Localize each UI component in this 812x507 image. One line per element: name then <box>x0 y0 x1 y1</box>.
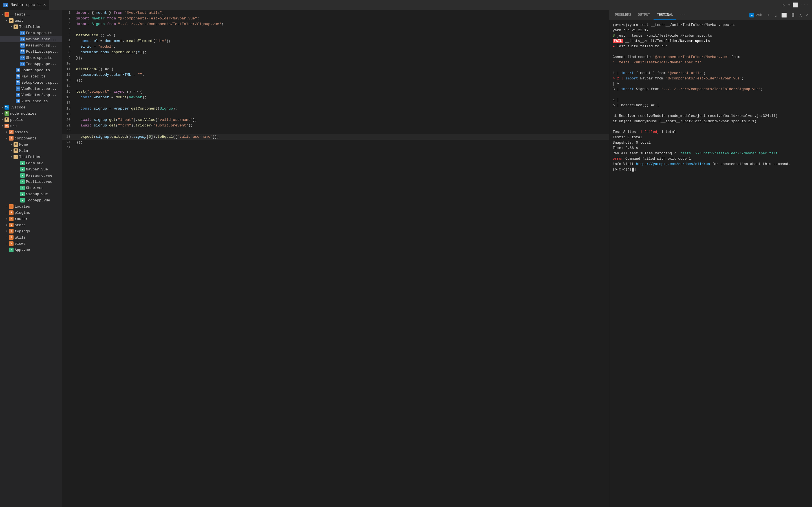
code-line-10: 10 <box>62 61 609 66</box>
sidebar-item-setuprouter-spec[interactable]: ▾ TS SetupRouter.sp... <box>0 79 62 86</box>
postlist-spec-label: PostList.spe... <box>26 50 62 54</box>
sidebar-item-count-spec[interactable]: ▾ TS Count.spec.ts <box>0 67 62 73</box>
sidebar-item-plugins[interactable]: › P plugins <box>0 210 62 216</box>
sidebar-item-show-spec[interactable]: ▾ TS Show.spec.ts <box>0 55 62 61</box>
run-icon[interactable]: ▷ <box>783 2 785 8</box>
sidebar-item-public[interactable]: › P public <box>0 117 62 123</box>
sidebar-item-vuex-spec[interactable]: ▾ TS Vuex.spec.ts <box>0 98 62 104</box>
more-actions-icon[interactable]: ··· <box>801 3 809 8</box>
close-panel-icon[interactable]: × <box>805 12 810 18</box>
sidebar-item-home[interactable]: › H Home <box>0 142 62 148</box>
tab-action-bar: ▷ ⚙ ⬜ ··· <box>783 2 812 8</box>
sidebar-item-tests[interactable]: ▾ 🔴 __tests__ <box>0 11 62 17</box>
sidebar-item-show-vue[interactable]: ▾ V Show.vue <box>0 185 62 191</box>
chevron-right-icon: › <box>4 236 9 239</box>
tab-output[interactable]: OUTPUT <box>635 10 654 20</box>
sidebar-item-testfolder[interactable]: ▾ ▶ TestFolder <box>0 24 62 30</box>
trash-icon[interactable]: 🗑 <box>790 12 797 18</box>
sidebar-item-signup-vue[interactable]: ▾ V Signup.vue <box>0 191 62 197</box>
sidebar-item-views[interactable]: › V views <box>0 240 62 247</box>
utils-label: utils <box>15 235 62 240</box>
chevron-down-icon: ▾ <box>0 124 4 128</box>
ts-icon: TS <box>20 37 25 41</box>
sidebar-item-main[interactable]: › M Main <box>0 148 62 154</box>
sidebar-item-unit[interactable]: ▾ ▶ unit <box>0 17 62 24</box>
navbar-spec-label: Navbar.spec... <box>26 37 62 41</box>
code-line-2: 2 import Navbar from "@/components/TestF… <box>62 16 609 21</box>
sidebar-item-navbar-spec[interactable]: ▾ TS Navbar.spec... <box>0 36 62 42</box>
sidebar-item-router[interactable]: › R router <box>0 216 62 222</box>
code-line-6: 6 const el = document.createElement("div… <box>62 38 609 44</box>
tab-close-button[interactable]: × <box>43 3 46 7</box>
tests-folder-icon: 🔴 <box>4 12 9 17</box>
sidebar-item-testfolder-src[interactable]: ▾ TF TestFolder <box>0 154 62 160</box>
add-terminal-icon[interactable]: ＋ <box>765 11 772 18</box>
tab-filename: Navbar.spec.ts <box>11 3 42 7</box>
sidebar-item-password-spec[interactable]: ▾ TS Password.sp... <box>0 42 62 48</box>
ts-file-icon: TS <box>3 3 8 7</box>
sidebar-item-store[interactable]: › S store <box>0 222 62 228</box>
components-icon: C <box>9 136 13 140</box>
split-editor-icon[interactable]: ⬜ <box>793 2 798 8</box>
chevron-up-icon[interactable]: ∧ <box>798 12 803 18</box>
terminal-line-import3: 3 | import Signup from "../../../src/com… <box>613 87 809 92</box>
maximize-icon[interactable]: ⬜ <box>780 12 788 18</box>
sidebar-item-assets[interactable]: › A assets <box>0 129 62 135</box>
sidebar-item-nav-spec[interactable]: ▾ TS Nav.spec.ts <box>0 73 62 79</box>
sidebar-item-vscode[interactable]: › VS .vscode <box>0 104 62 110</box>
ts-icon: TS <box>20 31 25 35</box>
terminal-line-5: 5 | beforeEach(() => { <box>613 103 809 108</box>
terminal-list-icon[interactable]: ⌄ <box>773 12 778 18</box>
terminal-line-caret: | ^ <box>613 81 809 87</box>
sidebar-item-form-vue[interactable]: ▾ V Form.vue <box>0 160 62 166</box>
sidebar-item-todoapp-vue[interactable]: ▾ V TodoApp.vue <box>0 197 62 203</box>
debug-icon[interactable]: ⚙ <box>788 2 791 8</box>
plugins-label: plugins <box>15 211 62 215</box>
password-spec-label: Password.sp... <box>26 43 62 48</box>
src-icon: SRC <box>4 124 9 128</box>
chevron-down-icon: ▾ <box>4 19 9 22</box>
sidebar-item-typings[interactable]: › T typings <box>0 228 62 234</box>
right-panel: PROBLEMS OUTPUT TERMINAL ··· ⊞ zsh ＋ ⌄ ⬜… <box>609 10 812 507</box>
sidebar-item-todoapp-spec[interactable]: ▾ TS TodoApp.spe... <box>0 61 62 67</box>
home-label: Home <box>19 143 62 147</box>
tab-problems[interactable]: PROBLEMS <box>612 10 635 20</box>
vue-icon: V <box>9 247 13 252</box>
code-line-8: 8 document.body.appendChild(el); <box>62 50 609 55</box>
tab-terminal[interactable]: TERMINAL <box>654 10 677 20</box>
ts-icon: TS <box>16 99 20 103</box>
sidebar-item-components[interactable]: ▾ C components <box>0 135 62 142</box>
terminal-output: (ο•ω•ο):yarn test __tests__/unit/TestFol… <box>609 20 812 507</box>
navbar-spec-tab[interactable]: TS Navbar.spec.ts × <box>0 0 50 10</box>
assets-label: assets <box>15 130 62 134</box>
terminal-line-yarn-test: (ο•ω•ο):yarn test __tests__/unit/TestFol… <box>613 22 809 28</box>
sidebar-item-navbar-vue[interactable]: ▾ V Navbar.vue <box>0 166 62 172</box>
sidebar-item-app-vue[interactable]: ▾ V App.vue <box>0 247 62 253</box>
sidebar-item-locales[interactable]: › L locales <box>0 203 62 210</box>
testfolder-src-icon: TF <box>13 155 18 159</box>
ts-icon: TS <box>20 43 25 48</box>
code-line-20: 20 await signup.get("input").setValue("v… <box>62 117 609 123</box>
sidebar-item-vuerouter-spec[interactable]: ▾ TS VueRouter.spe... <box>0 86 62 92</box>
sidebar-item-password-vue[interactable]: ▾ V Password.vue <box>0 172 62 179</box>
todoapp-spec-label: TodoApp.spe... <box>26 62 62 66</box>
sidebar-item-vuerouter2-spec[interactable]: ▾ TS VueRouter2.sp... <box>0 92 62 98</box>
sidebar-item-node-modules[interactable]: › N node_modules <box>0 110 62 117</box>
code-line-5: 5 beforeEach(() => { <box>62 33 609 38</box>
sidebar-item-utils[interactable]: › U utils <box>0 234 62 240</box>
signup-vue-label: Signup.vue <box>26 192 62 196</box>
terminal-line-import2: > 2 | import Navbar from "@/components/T… <box>613 76 809 81</box>
sidebar-item-postlist-spec[interactable]: ▾ TS PostList.spe... <box>0 48 62 55</box>
terminal-line-test-suites: Test Suites: 1 failed, 1 total <box>613 129 809 135</box>
sidebar-item-form-spec[interactable]: ▾ TS Form.spec.ts <box>0 30 62 36</box>
todoapp-vue-label: TodoApp.vue <box>26 198 62 203</box>
chevron-down-icon: ▾ <box>9 25 13 29</box>
sidebar-item-postlist-vue[interactable]: ▾ V PostList.vue <box>0 179 62 185</box>
terminal-line-snapshots: Snapshots: 0 total <box>613 140 809 146</box>
src-label: src <box>10 124 62 128</box>
chevron-right-icon: › <box>4 131 9 134</box>
typings-icon: T <box>9 229 13 233</box>
sidebar-item-src[interactable]: ▾ SRC src <box>0 123 62 129</box>
code-editor[interactable]: 1 import { mount } from "@vue/test-utils… <box>62 10 609 507</box>
tab-more[interactable]: ··· <box>676 10 689 20</box>
